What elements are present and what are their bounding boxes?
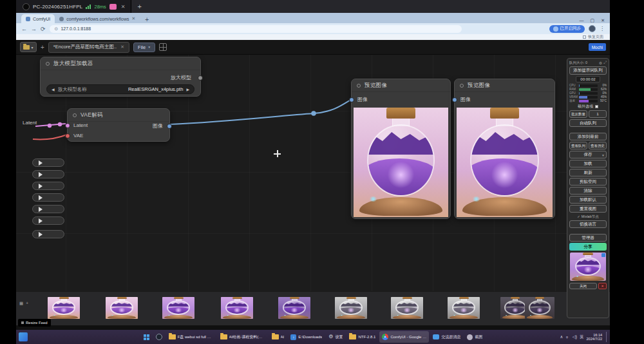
feed-thumbnail[interactable]: [391, 297, 423, 319]
refresh-button[interactable]: 刷新: [569, 169, 607, 177]
batch-count-value[interactable]: 1: [589, 110, 607, 118]
collapsed-node[interactable]: [32, 216, 64, 225]
mixlab-nodes-toggle[interactable]: ✓ Mixlab节点: [569, 214, 607, 219]
node-header[interactable]: 预览图像: [352, 79, 450, 92]
share-button[interactable]: 分享: [569, 243, 607, 251]
node-header[interactable]: VAE解码: [68, 109, 169, 122]
close-session-icon[interactable]: ✕: [121, 4, 126, 10]
forward-icon[interactable]: →: [31, 26, 37, 32]
output-dot-model[interactable]: [198, 75, 203, 81]
model-name-widget[interactable]: ◀ 放大模型名称 RealESRGAN_x4plus.pth ▶: [46, 84, 194, 94]
next-arrow-icon[interactable]: ▶: [186, 87, 189, 91]
taskbar-clock[interactable]: 16:14 2024/7/22: [587, 333, 602, 341]
collapsed-node[interactable]: [32, 158, 64, 167]
feed-thumbnail[interactable]: [278, 297, 310, 319]
volume-icon[interactable]: ◁): [573, 334, 577, 339]
close-window-icon[interactable]: ✕: [601, 18, 605, 23]
output-dot-image[interactable]: [167, 124, 172, 129]
collapsed-node[interactable]: [32, 205, 64, 213]
taskbar-item[interactable]: AI: [269, 331, 287, 343]
expand-icon[interactable]: ⤢: [603, 61, 607, 65]
feed-thumbnail[interactable]: [448, 297, 480, 319]
collapsed-node[interactable]: [32, 170, 64, 178]
feed-thumbnail[interactable]: [335, 297, 367, 319]
view-history-button[interactable]: 查看历史: [589, 142, 607, 149]
address-bar[interactable]: ⊙ 127.0.0.1:8188: [50, 25, 462, 33]
mochi-button[interactable]: Mochi: [589, 43, 606, 51]
clear-button[interactable]: 清除: [569, 187, 607, 195]
collapsed-node[interactable]: [32, 193, 64, 202]
expand-arrow-icon[interactable]: [39, 232, 43, 237]
network-icon[interactable]: ᯤ: [565, 335, 570, 339]
taskbar-item[interactable]: ComfyUI - Google Chro...: [379, 331, 429, 343]
expand-arrow-icon[interactable]: [39, 218, 43, 224]
feed-thumbnail[interactable]: [48, 297, 80, 319]
add-workflow-button[interactable]: +: [41, 44, 44, 51]
preview-image-2[interactable]: [457, 108, 553, 217]
clipspace-button[interactable]: 剪贴空间: [569, 178, 607, 186]
input-dot-image[interactable]: [452, 97, 457, 102]
workflow-tab[interactable]: *Encore产品草图转电商主图.. ✕: [48, 42, 129, 53]
node-header[interactable]: 预览图像: [455, 79, 554, 92]
close-workflow-icon[interactable]: ✕: [120, 44, 124, 50]
taskbar-item[interactable]: ↓E:\Downloads: [288, 331, 325, 343]
taskbar-item[interactable]: ⚙设置: [326, 331, 345, 343]
collapse-dot-icon[interactable]: [73, 113, 77, 117]
manager-button[interactable]: 管理器: [569, 234, 607, 242]
feed-thumbnail[interactable]: [221, 297, 253, 319]
input-language-indicator[interactable]: 英: [580, 334, 584, 340]
avatar[interactable]: [589, 25, 596, 32]
grid-view-icon[interactable]: [159, 43, 167, 51]
close-preview-button[interactable]: 关闭: [569, 283, 597, 289]
browser-menu-icon[interactable]: ⋮: [600, 26, 605, 32]
load-default-button[interactable]: 加载默认: [569, 196, 607, 204]
minimize-icon[interactable]: —: [580, 18, 584, 23]
file-menu-button[interactable]: File ▼: [133, 43, 155, 52]
expand-arrow-icon[interactable]: [39, 195, 43, 200]
input-dot-vae[interactable]: [65, 133, 70, 139]
expand-arrow-icon[interactable]: [39, 172, 43, 177]
preview-image-1[interactable]: [354, 108, 448, 217]
collapse-dot-icon[interactable]: [46, 62, 50, 66]
browser-tab-comfyui[interactable]: ComfyUI: [21, 14, 55, 23]
feed-add-icon[interactable]: +: [26, 301, 28, 306]
new-session-button[interactable]: +: [138, 3, 142, 10]
save-caret-icon[interactable]: ▼: [601, 153, 605, 157]
taskbar-item[interactable]: 截图: [464, 331, 485, 343]
open-image-icon[interactable]: [601, 253, 605, 257]
feed-thumbnail[interactable]: [106, 297, 138, 319]
expand-arrow-icon[interactable]: [39, 160, 43, 166]
input-dot-image[interactable]: [349, 97, 354, 102]
back-icon[interactable]: ←: [21, 26, 27, 32]
feed-thumbnail[interactable]: [162, 297, 194, 319]
show-desktop-button[interactable]: [606, 332, 607, 342]
node-preview-image-2[interactable]: 预览图像 图像: [454, 79, 555, 219]
taskbar-item[interactable]: AI绘画-课程资料(下载): [218, 331, 268, 343]
tray-caret-icon[interactable]: ∧: [560, 334, 564, 339]
taskbar-item[interactable]: F盘 webui sd full web: [166, 331, 216, 343]
widgets-icon[interactable]: [19, 332, 28, 341]
reset-view-button[interactable]: 重置视图: [569, 205, 607, 213]
latest-output-thumbnail[interactable]: [570, 253, 606, 281]
collapse-dot-icon[interactable]: [460, 84, 464, 88]
workflow-folder-button[interactable]: ▾: [20, 42, 37, 52]
node-canvas[interactable]: 放大模型加载器 放大模型 ◀ 放大模型名称 RealESRGAN_x4plus.…: [16, 55, 610, 325]
browser-tab-workflow[interactable]: comfyworkflows.com/workflows ✕: [55, 14, 140, 23]
restore-icon[interactable]: [583, 35, 586, 39]
node-vae-decode[interactable]: VAE解码 Latent VAE 图像: [67, 108, 170, 142]
node-upscale-model-loader[interactable]: 放大模型加载器 放大模型 ◀ 放大模型名称 RealESRGAN_x4plus.…: [40, 57, 201, 97]
expand-arrow-icon[interactable]: [39, 207, 43, 212]
taskbar-item[interactable]: [153, 331, 165, 343]
rdp-session-tab[interactable]: PC-202406251HFPL 28ms ✕: [16, 0, 131, 13]
new-tab-button[interactable]: +: [145, 16, 149, 23]
load-button[interactable]: 加载: [569, 160, 607, 167]
expand-arrow-icon[interactable]: [39, 184, 43, 189]
input-dot-latent[interactable]: [65, 123, 70, 128]
extra-options-toggle[interactable]: 额外选项: [569, 104, 607, 109]
switch-locale-button[interactable]: 切换语言: [569, 220, 607, 228]
maximize-icon[interactable]: ▢: [591, 18, 595, 23]
dismiss-icon[interactable]: ✕: [598, 283, 607, 289]
reload-icon[interactable]: ⟳: [41, 26, 46, 32]
prev-arrow-icon[interactable]: ◀: [52, 87, 55, 91]
node-preview-image-1[interactable]: 预览图像 图像: [351, 79, 451, 219]
